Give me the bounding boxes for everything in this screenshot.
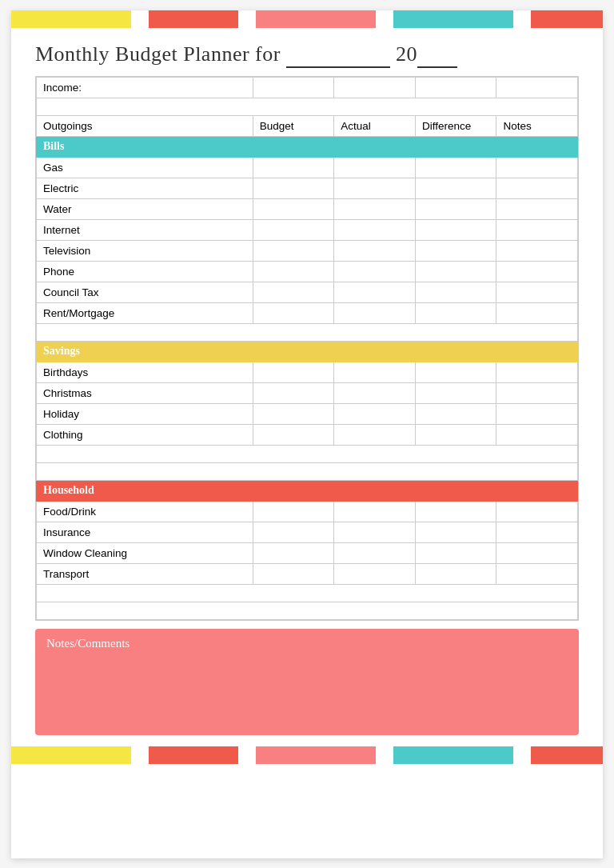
row-insurance: Insurance — [37, 522, 578, 542]
deco-gap-3 — [376, 10, 393, 28]
title-prefix: Monthly Budget Planner for — [35, 42, 281, 66]
row-food-drink: Food/Drink — [37, 501, 578, 522]
spacer-after-household-2 — [37, 602, 578, 619]
row-birthdays: Birthdays — [37, 362, 578, 382]
bills-label: Bills — [37, 136, 578, 157]
label-holiday: Holiday — [37, 403, 253, 424]
spacer-after-savings-2 — [37, 462, 578, 480]
income-actual — [334, 77, 416, 98]
row-phone: Phone — [37, 261, 578, 282]
label-window-cleaning: Window Cleaning — [37, 542, 253, 563]
title-underline — [286, 42, 390, 68]
deco-seg-2 — [149, 10, 238, 28]
col-budget: Budget — [253, 115, 334, 136]
section-savings-header: Savings — [37, 341, 578, 362]
col-outgoings: Outgoings — [37, 115, 253, 136]
label-insurance: Insurance — [37, 522, 253, 542]
notes-box: Notes/Comments — [35, 629, 579, 735]
col-actual: Actual — [334, 115, 416, 136]
deco-gap-4 — [513, 10, 531, 28]
empty-row-1 — [37, 98, 578, 115]
label-transport: Transport — [37, 563, 253, 584]
budget-table: Income: Outgoings Budget Actual Differen… — [36, 77, 578, 620]
label-phone: Phone — [37, 261, 253, 282]
page: Monthly Budget Planner for 20 Income: — [11, 10, 603, 858]
col-difference: Difference — [415, 115, 496, 136]
col-notes: Notes — [496, 115, 578, 136]
row-internet: Internet — [37, 219, 578, 240]
row-council-tax: Council Tax — [37, 282, 578, 302]
spacer-after-savings-1 — [37, 445, 578, 462]
deco-bot-seg-5 — [531, 746, 603, 764]
row-electric: Electric — [37, 178, 578, 198]
row-christmas: Christmas — [37, 382, 578, 403]
section-household-header: Household — [37, 480, 578, 501]
income-row: Income: — [37, 77, 578, 98]
deco-seg-3 — [256, 10, 376, 28]
income-budget — [253, 77, 334, 98]
bottom-deco-bar — [11, 746, 603, 764]
deco-seg-4 — [393, 10, 513, 28]
column-header-row: Outgoings Budget Actual Difference Notes — [37, 115, 578, 136]
income-label: Income: — [37, 77, 253, 98]
spacer-after-household-1 — [37, 584, 578, 602]
label-birthdays: Birthdays — [37, 362, 253, 382]
title-year-prefix: 20 — [396, 42, 417, 66]
section-bills-header: Bills — [37, 136, 578, 157]
label-christmas: Christmas — [37, 382, 253, 403]
title-year-underline — [417, 42, 457, 68]
deco-bot-seg-4 — [393, 746, 513, 764]
label-electric: Electric — [37, 178, 253, 198]
household-label: Household — [37, 480, 578, 501]
row-water: Water — [37, 198, 578, 219]
label-water: Water — [37, 198, 253, 219]
label-rent-mortgage: Rent/Mortgage — [37, 302, 253, 323]
label-council-tax: Council Tax — [37, 282, 253, 302]
label-internet: Internet — [37, 219, 253, 240]
deco-bot-gap-3 — [376, 746, 393, 764]
row-rent-mortgage: Rent/Mortgage — [37, 302, 578, 323]
deco-bot-gap-1 — [131, 746, 149, 764]
deco-bot-seg-1 — [11, 746, 131, 764]
label-food-drink: Food/Drink — [37, 501, 253, 522]
page-title: Monthly Budget Planner for 20 — [11, 28, 603, 76]
label-clothing: Clothing — [37, 424, 253, 445]
top-deco-bar — [11, 10, 603, 28]
deco-bot-seg-3 — [256, 746, 376, 764]
deco-seg-1 — [11, 10, 131, 28]
deco-gap-1 — [131, 10, 149, 28]
savings-label: Savings — [37, 341, 578, 362]
income-diff — [415, 77, 496, 98]
row-window-cleaning: Window Cleaning — [37, 542, 578, 563]
deco-bot-seg-2 — [149, 746, 238, 764]
deco-gap-2 — [238, 10, 256, 28]
label-gas: Gas — [37, 157, 253, 178]
spacer-after-bills — [37, 323, 578, 341]
income-notes — [496, 77, 578, 98]
notes-label: Notes/Comments — [46, 637, 568, 650]
row-holiday: Holiday — [37, 403, 578, 424]
row-television: Television — [37, 240, 578, 261]
deco-bot-gap-2 — [238, 746, 256, 764]
row-gas: Gas — [37, 157, 578, 178]
budget-table-container: Income: Outgoings Budget Actual Differen… — [35, 76, 579, 621]
label-television: Television — [37, 240, 253, 261]
row-clothing: Clothing — [37, 424, 578, 445]
notes-content — [46, 655, 568, 727]
row-transport: Transport — [37, 563, 578, 584]
deco-seg-5 — [531, 10, 603, 28]
deco-bot-gap-4 — [513, 746, 531, 764]
